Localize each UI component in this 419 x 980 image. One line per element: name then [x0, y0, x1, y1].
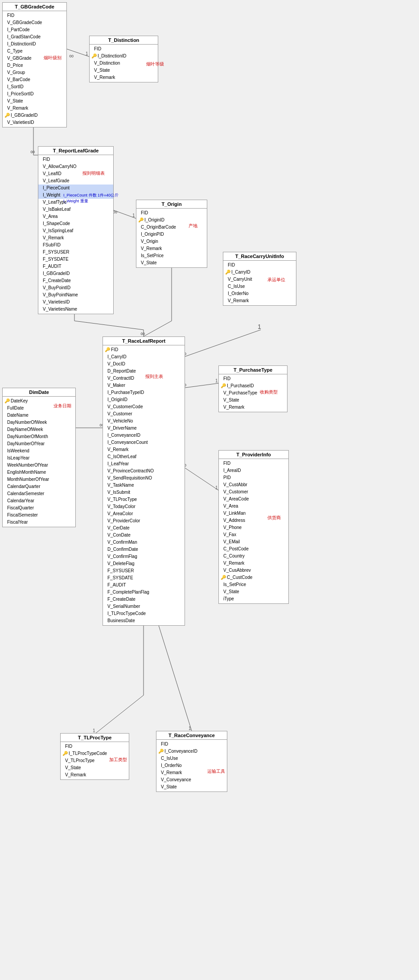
field-iareaid: I_AreaID: [219, 467, 288, 474]
field-cisotherleaf: C_IsOtherLeaf: [103, 453, 185, 460]
field-ipurchasetypeid: I_PurchaseTypeID: [103, 389, 185, 396]
table-body-Origin: FID 🔑I_OriginID C_OriginBarCode I_Origin…: [136, 209, 207, 267]
field-itlproctypecode-pk: 🔑I_TLProcTypeCode: [61, 750, 129, 757]
field-daynumberofmonth: DayNumberOfMonth: [3, 433, 75, 440]
field-vconfirman: V_ConfirmMan: [103, 539, 185, 546]
svg-text:1: 1: [258, 323, 261, 330]
field-ccountry: C_Country: [219, 553, 288, 560]
field-idistinctionid: I_DistinctionID: [3, 41, 66, 48]
field-vorigin: V_Origin: [136, 238, 207, 245]
table-header-TLProcType: T_TLProcType: [61, 734, 129, 742]
svg-text:1: 1: [215, 378, 218, 383]
field-fcreatedate: F_CreateDate: [38, 277, 113, 284]
table-body-GBGradeCode: FID V_GBGradeCode I_PartCode I_GradStanC…: [3, 11, 66, 127]
pk-icon6: 🔑: [221, 383, 226, 389]
field-vremark4: V_Remark: [136, 245, 207, 252]
table-header-Distinction: T_Distinction: [90, 36, 158, 45]
field-igradstancode: I_GradStanCode: [3, 33, 66, 41]
field-calendarsemester: CalendarSemester: [3, 490, 75, 497]
field-ioriginpid: I_OriginPID: [136, 231, 207, 238]
table-body-RaceConveyance: FID 🔑I_ConveyanceID C_IsUse I_OrderNo V_…: [156, 740, 227, 791]
field-icarryid2: I_CarryID: [103, 353, 185, 361]
field-fid3: FID: [38, 156, 113, 163]
field-vstate6: V_State: [61, 764, 129, 771]
field-vstate2: V_State: [90, 67, 158, 74]
field-vstate3: V_State: [136, 259, 207, 267]
field-vemail: V_EMail: [219, 538, 288, 545]
field-vconfirmflag: V_ConfirmFlag: [103, 553, 185, 560]
field-vcerdate: V_CerDate: [103, 525, 185, 532]
field-vgroup: V_Group: [3, 69, 66, 76]
svg-line-0: [67, 49, 89, 57]
field-datename: DateName: [3, 412, 75, 419]
svg-text:1: 1: [215, 485, 218, 490]
field-fsysuser: F_SYSUSER: [38, 249, 113, 256]
table-header-RaceConveyance: T_RaceConveyance: [156, 731, 227, 740]
field-fid6-pk: 🔑FID: [103, 346, 185, 353]
field-iconveyancecount: I_ConveyanceCount: [103, 439, 185, 446]
pk-icon8: 🔑: [221, 574, 226, 581]
table-Distinction: T_Distinction FID 🔑I_DistinctionID V_Dis…: [89, 36, 158, 82]
field-cisuse: C_IsUse: [223, 283, 296, 290]
field-calendarquarter: CalendarQuarter: [3, 483, 75, 490]
label-baodao-zhubiao: 报到主表: [145, 373, 163, 380]
pk-icon10: 🔑: [158, 748, 164, 754]
field-vstate: V_State: [3, 98, 66, 105]
svg-text:∞: ∞: [30, 148, 35, 155]
field-ipiececount: I_PieceCount: [38, 185, 113, 192]
label-yanye-dengji: 烟叶等级: [146, 61, 164, 67]
svg-line-32: [144, 321, 172, 336]
svg-line-16: [185, 383, 218, 388]
field-vareacolor: V_AreaColor: [103, 510, 185, 517]
table-header-ReportLeafGrade: T_ReportLeafGrade: [38, 147, 113, 155]
table-header-PurchaseType: T_PurchaseType: [219, 366, 287, 374]
field-fid2: FID: [90, 45, 158, 53]
field-vremark6: V_Remark: [103, 446, 185, 453]
svg-text:∞: ∞: [69, 52, 74, 59]
svg-text:∞: ∞: [140, 330, 145, 337]
field-ileafyear: I_LeafYear: [103, 460, 185, 467]
field-visbakeleaf: V_IsBakeLeaf: [38, 206, 113, 213]
field-englishmonthname: EnglishMonthName: [3, 469, 75, 476]
field-vbarcode: V_BarCode: [3, 76, 66, 83]
field-vremark8: V_Remark: [219, 560, 288, 567]
field-vcustabbr: V_CustAbbr: [219, 481, 288, 488]
field-vstate5: V_State: [219, 588, 288, 595]
svg-line-6: [111, 209, 136, 218]
field-vphone: V_Phone: [219, 524, 288, 531]
field-fid9: FID: [61, 743, 129, 750]
svg-line-22: [185, 468, 218, 490]
label-jiagong-type: 加工类型: [109, 757, 127, 763]
field-iorderno: I_OrderNo: [223, 290, 296, 297]
field-fsysdate2: F_SYSDATE: [103, 574, 185, 582]
field-cpostcode: C_PostCode: [219, 545, 288, 553]
field-fid4: FID: [136, 209, 207, 217]
field-ipricesortid: I_PriceSortID: [3, 90, 66, 98]
pk-icon7: 🔑: [4, 398, 10, 404]
svg-line-13: [185, 330, 261, 357]
field-vremark: V_Remark: [3, 105, 66, 112]
field-fsubfid: FSubFID: [38, 242, 113, 249]
field-calendaryear: CalendarYear: [3, 497, 75, 504]
field-pid: PID: [219, 474, 288, 481]
field-varea: V_Area: [38, 213, 113, 220]
field-vstate7: V_State: [156, 783, 227, 791]
field-igbgradeid2: I_GBGradeID: [38, 270, 113, 277]
table-header-DimDate: DimDate: [3, 388, 75, 397]
field-ctype: C_Type: [3, 48, 66, 55]
field-isleapyear: IsLeapYear: [3, 455, 75, 462]
pk-icon4: 🔑: [225, 269, 230, 275]
field-monthnumberofyear: MonthNumberOfYear: [3, 476, 75, 483]
pk-icon3: 🔑: [138, 217, 144, 223]
field-fiscalquarter: FiscalQuarter: [3, 504, 75, 512]
field-isweekend: IsWeekend: [3, 447, 75, 455]
field-fiscalsemester: FiscalSemester: [3, 512, 75, 519]
field-vtlproctype: V_TLProcType: [103, 496, 185, 503]
field-vremark5: V_Remark: [223, 297, 296, 304]
field-faudit2: F_AUDIT: [103, 582, 185, 589]
field-weeknumberofyear: WeekNumberOfYear: [3, 462, 75, 469]
field-vcusabbrev: V_CusAbbrev: [219, 567, 288, 574]
field-fid8: FID: [219, 460, 288, 467]
field-icarryid-pk: 🔑I_CarryID: [223, 269, 296, 276]
table-GBGradeCode: T_GBGradeCode FID V_GBGradeCode I_PartCo…: [2, 2, 67, 127]
